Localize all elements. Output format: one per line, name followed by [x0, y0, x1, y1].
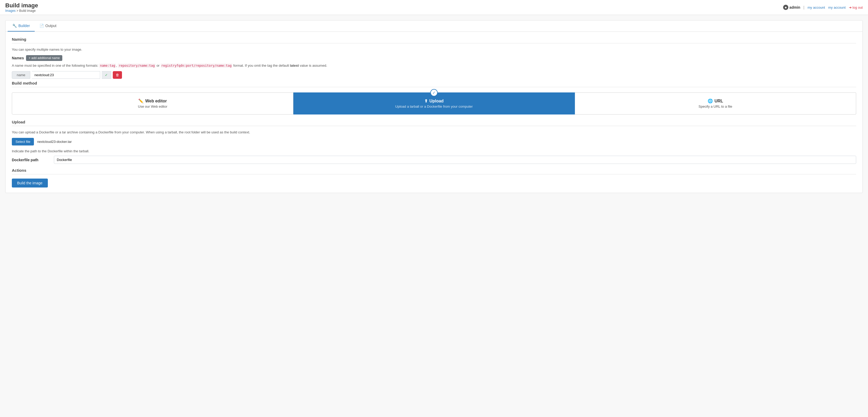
dockerfile-path-row: Dockerfile path: [12, 156, 856, 164]
name-input-row: name ✓ 🗑: [12, 71, 856, 79]
actions-title: Actions: [12, 168, 856, 173]
logout-link[interactable]: ➜ log out: [849, 5, 863, 9]
build-image-button[interactable]: Build the image: [12, 179, 48, 187]
name-delete-button[interactable]: 🗑: [113, 71, 122, 79]
actions-divider: [12, 174, 856, 174]
naming-divider: [12, 43, 856, 43]
select-file-button[interactable]: Select file: [12, 138, 34, 145]
upload-icon: ⬆: [424, 99, 428, 103]
dockerfile-label: Dockerfile path: [12, 158, 54, 162]
tab-output[interactable]: 📄 Output: [35, 21, 61, 32]
upload-section-title: Upload: [12, 120, 856, 124]
file-icon: 📄: [39, 24, 44, 28]
naming-section-title: Naming: [12, 37, 856, 41]
edit-icon: ✏️: [138, 99, 144, 103]
page-header: Build image Images > Build image ☻ admin…: [0, 0, 868, 15]
upload-description: You can upload a Dockerfile or a tar arc…: [12, 130, 856, 134]
web-editor-desc: Use our Web editor: [138, 105, 167, 108]
build-method-title: Build method: [12, 81, 856, 85]
name-label-box: name: [12, 71, 30, 79]
logout-icon: ➜: [849, 5, 852, 9]
tab-bar: 🔧 Builder 📄 Output: [5, 21, 863, 32]
upload-divider: [12, 126, 856, 126]
upload-title: ⬆ Upload: [424, 99, 443, 103]
build-method-divider: [12, 87, 856, 87]
panel-body: Naming You can specify multiple names to…: [5, 32, 863, 193]
method-card-url[interactable]: 🌐 URL Specify a URL to a file: [575, 93, 856, 114]
file-name-display: nextcloud23-docker.tar: [37, 140, 72, 144]
actions-section: Actions Build the image: [12, 168, 856, 187]
name-check-button[interactable]: ✓: [102, 71, 111, 79]
page-title: Build image: [5, 2, 38, 9]
url-title: 🌐 URL: [708, 99, 723, 103]
select-file-row: Select file nextcloud23-docker.tar: [12, 138, 856, 145]
web-editor-title: ✏️ Web editor: [138, 99, 167, 103]
indicate-text: Indicate the path to the Dockerfile with…: [12, 149, 856, 153]
names-row: Names + add additional name: [12, 55, 856, 61]
breadcrumb-current: Build image: [19, 9, 36, 12]
name-text-input[interactable]: [32, 71, 100, 79]
main-panel: 🔧 Builder 📄 Output Naming You can specif…: [5, 20, 863, 193]
active-check-badge: ✓: [430, 89, 438, 96]
method-cards-wrapper: ✏️ Web editor Use our Web editor ✓ ⬆ Upl…: [12, 93, 856, 114]
globe-icon: 🌐: [708, 99, 713, 103]
wrench-icon: 🔧: [12, 24, 17, 28]
upload-desc: Upload a tarball or a Dockerfile from yo…: [395, 105, 473, 108]
format2-code: repository/name:tag: [118, 64, 155, 68]
naming-description: You can specify multiple names to your i…: [12, 47, 856, 51]
my-account-link-text[interactable]: my account: [828, 5, 845, 9]
build-method-section: Build method ✏️ Web editor Use our Web e…: [12, 81, 856, 114]
header-left: Build image Images > Build image: [5, 2, 38, 12]
header-user: ☻ admin | my account my account ➜ log ou…: [783, 5, 863, 10]
format1-code: name:tag: [99, 64, 116, 68]
add-name-button[interactable]: + add additional name: [26, 55, 62, 61]
url-desc: Specify a URL to a file: [699, 105, 732, 108]
breadcrumb-parent[interactable]: Images: [5, 9, 16, 12]
format-description: A name must be specified in one of the f…: [12, 64, 856, 68]
method-card-web-editor[interactable]: ✏️ Web editor Use our Web editor: [12, 93, 293, 114]
user-icon: ☻: [783, 5, 788, 10]
method-cards: ✏️ Web editor Use our Web editor ✓ ⬆ Upl…: [12, 93, 856, 114]
my-account-link[interactable]: my account: [808, 5, 825, 9]
upload-section: Upload You can upload a Dockerfile or a …: [12, 120, 856, 164]
format3-code: registryfqdn:port/repository/name:tag: [161, 64, 232, 68]
dockerfile-path-input[interactable]: [54, 156, 856, 164]
username-display: ☻ admin: [783, 5, 800, 10]
tab-builder[interactable]: 🔧 Builder: [8, 21, 35, 32]
main-content: 🔧 Builder 📄 Output Naming You can specif…: [0, 15, 868, 416]
names-label: Names: [12, 56, 24, 60]
breadcrumb-separator: >: [17, 9, 19, 12]
breadcrumb: Images > Build image: [5, 9, 38, 12]
method-card-upload[interactable]: ✓ ⬆ Upload Upload a tarball or a Dockerf…: [293, 93, 575, 114]
